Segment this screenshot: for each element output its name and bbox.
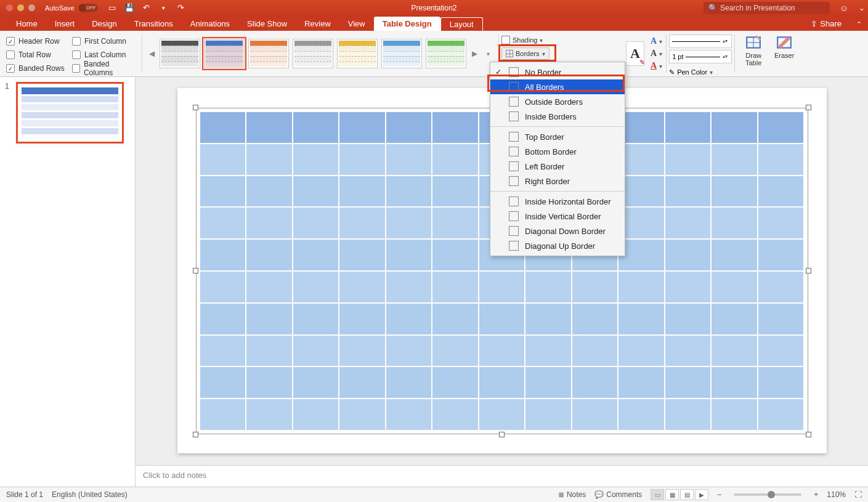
table-cell[interactable] bbox=[711, 335, 758, 367]
table-cell[interactable] bbox=[711, 176, 758, 208]
language-status[interactable]: English (United States) bbox=[52, 490, 128, 499]
table-cell[interactable] bbox=[339, 399, 386, 431]
table-cell[interactable] bbox=[525, 399, 572, 431]
table-cell[interactable] bbox=[665, 176, 712, 208]
collapse-ribbon-icon[interactable]: ⌃ bbox=[850, 18, 868, 31]
table-cell[interactable] bbox=[479, 366, 525, 399]
table-cell[interactable] bbox=[200, 207, 246, 239]
chevron-down-icon[interactable]: ⌄ bbox=[856, 4, 868, 12]
fit-to-window-icon[interactable]: ⛶ bbox=[854, 490, 862, 499]
table-cell[interactable] bbox=[293, 271, 339, 303]
borders-menu-item[interactable]: Top Border bbox=[490, 129, 625, 144]
table-cell[interactable] bbox=[200, 111, 246, 144]
table-cell[interactable] bbox=[479, 399, 525, 431]
table-cell[interactable] bbox=[758, 271, 805, 303]
table-cell[interactable] bbox=[293, 335, 339, 367]
table-cell[interactable] bbox=[525, 335, 572, 367]
table-cell[interactable] bbox=[432, 239, 479, 271]
table-cell[interactable] bbox=[432, 399, 479, 431]
table-cell[interactable] bbox=[665, 366, 712, 399]
table-cell[interactable] bbox=[665, 303, 712, 335]
table-cell[interactable] bbox=[665, 335, 712, 367]
table-cell[interactable] bbox=[758, 207, 805, 239]
table-cell[interactable] bbox=[432, 303, 479, 335]
resize-handle[interactable] bbox=[193, 268, 198, 273]
table-cell[interactable] bbox=[758, 111, 805, 144]
table-cell[interactable] bbox=[572, 303, 619, 335]
borders-menu-item[interactable]: All Borders bbox=[490, 79, 625, 94]
resize-handle[interactable] bbox=[193, 105, 198, 110]
table-cell[interactable] bbox=[432, 207, 479, 239]
table-cell[interactable] bbox=[711, 207, 758, 239]
slideshow-view-icon[interactable]: ▶ bbox=[695, 489, 708, 500]
notes-pane[interactable]: Click to add notes bbox=[136, 465, 868, 487]
table-cell[interactable] bbox=[665, 207, 712, 239]
borders-menu-item[interactable]: Left Border bbox=[490, 159, 625, 174]
table-style-item[interactable] bbox=[204, 39, 245, 68]
table-cell[interactable] bbox=[618, 335, 665, 367]
table-cell[interactable] bbox=[339, 239, 386, 271]
table-cell[interactable] bbox=[711, 239, 758, 271]
table-style-item[interactable] bbox=[293, 39, 333, 68]
reading-view-icon[interactable]: ▤ bbox=[680, 489, 694, 500]
slide-thumbnail[interactable] bbox=[16, 82, 124, 144]
table-cell[interactable] bbox=[432, 111, 479, 144]
table-cell[interactable] bbox=[572, 399, 619, 431]
table-cell[interactable] bbox=[665, 111, 712, 144]
table-cell[interactable] bbox=[711, 271, 758, 303]
table-cell[interactable] bbox=[386, 335, 432, 367]
table-cell[interactable] bbox=[525, 271, 572, 303]
table-cell[interactable] bbox=[479, 271, 525, 303]
share-button[interactable]: ⇪Share bbox=[802, 17, 850, 31]
table-cell[interactable] bbox=[618, 271, 665, 303]
table-cell[interactable] bbox=[386, 111, 432, 144]
table-cell[interactable] bbox=[246, 239, 293, 271]
sorter-view-icon[interactable]: ▦ bbox=[665, 489, 679, 500]
tab-animations[interactable]: Animations bbox=[182, 17, 238, 31]
zoom-slider[interactable] bbox=[734, 493, 801, 496]
checkbox-total-row[interactable]: Total Row bbox=[6, 48, 70, 62]
table-cell[interactable] bbox=[200, 335, 246, 367]
zoom-window-icon[interactable] bbox=[28, 4, 35, 11]
tab-layout[interactable]: Layout bbox=[440, 17, 483, 31]
resize-handle[interactable] bbox=[499, 432, 505, 437]
filename-icon[interactable]: ▭ bbox=[107, 2, 118, 14]
table-cell[interactable] bbox=[618, 303, 665, 335]
eraser-button[interactable]: Eraser bbox=[772, 34, 797, 59]
tab-home[interactable]: Home bbox=[7, 17, 46, 31]
zoom-out-icon[interactable]: − bbox=[717, 490, 721, 499]
table-style-item[interactable] bbox=[337, 39, 378, 68]
table-cell[interactable] bbox=[758, 176, 805, 208]
quick-styles-button[interactable]: A✎ bbox=[626, 41, 644, 66]
table-cell[interactable] bbox=[665, 399, 712, 431]
text-fill-button[interactable]: A▾ bbox=[651, 36, 662, 46]
table-cell[interactable] bbox=[711, 366, 758, 399]
table-cell[interactable] bbox=[386, 207, 432, 239]
checkbox-banded-columns[interactable]: Banded Columns bbox=[72, 62, 136, 75]
table-cell[interactable] bbox=[339, 144, 386, 176]
resize-handle[interactable] bbox=[806, 268, 811, 273]
table-cell[interactable] bbox=[572, 366, 619, 399]
table-cell[interactable] bbox=[386, 399, 432, 431]
undo-icon[interactable]: ↶ bbox=[141, 2, 152, 14]
table-cell[interactable] bbox=[711, 144, 758, 176]
table-style-item[interactable] bbox=[426, 39, 466, 68]
table-cell[interactable] bbox=[386, 366, 432, 399]
normal-view-icon[interactable]: ▭ bbox=[651, 489, 664, 500]
table-cell[interactable] bbox=[386, 176, 432, 208]
resize-handle[interactable] bbox=[193, 432, 198, 437]
text-effects-button[interactable]: A▾ bbox=[651, 61, 662, 71]
table-cell[interactable] bbox=[200, 303, 246, 335]
borders-menu-item[interactable]: Right Border bbox=[490, 174, 625, 188]
table-cell[interactable] bbox=[758, 366, 805, 399]
table-cell[interactable] bbox=[246, 176, 293, 208]
text-outline-button[interactable]: A▾ bbox=[651, 49, 662, 59]
table-style-item[interactable] bbox=[160, 39, 200, 68]
borders-button[interactable]: Borders ▾ bbox=[501, 47, 550, 60]
table-cell[interactable] bbox=[572, 271, 619, 303]
feedback-icon[interactable]: ☺ bbox=[836, 3, 852, 13]
table-cell[interactable] bbox=[758, 239, 805, 271]
table-cell[interactable] bbox=[386, 271, 432, 303]
table-cell[interactable] bbox=[200, 271, 246, 303]
table-cell[interactable] bbox=[293, 366, 339, 399]
